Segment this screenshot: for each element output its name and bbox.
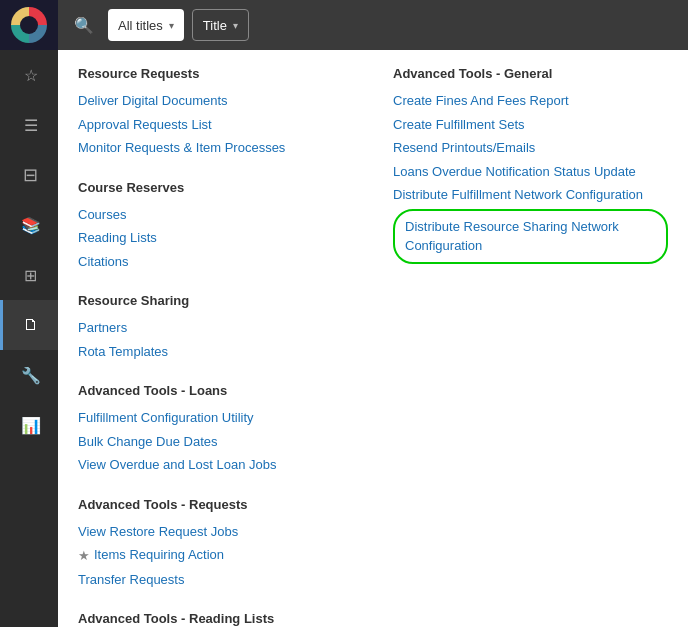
logo — [0, 0, 58, 50]
all-titles-label: All titles — [118, 18, 163, 33]
link-courses[interactable]: Courses — [78, 203, 353, 227]
all-titles-caret: ▾ — [169, 20, 174, 31]
logo-inner — [20, 16, 38, 34]
link-distribute-fulfillment-network[interactable]: Distribute Fulfillment Network Configura… — [393, 183, 668, 207]
link-partners[interactable]: Partners — [78, 316, 353, 340]
top-bar: 🔍 All titles ▾ Title ▾ — [58, 0, 688, 50]
reports-icon: 📊 — [21, 416, 41, 435]
books-icon: 📚 — [21, 216, 41, 235]
link-loans-overdue-notification[interactable]: Loans Overdue Notification Status Update — [393, 160, 668, 184]
sidebar-item-requests[interactable]: 🗋 — [0, 300, 58, 350]
link-view-restore-request[interactable]: View Restore Request Jobs — [78, 520, 353, 544]
tools-icon: 🔧 — [21, 366, 41, 385]
right-column: Advanced Tools - General Create Fines An… — [393, 66, 668, 611]
link-citations[interactable]: Citations — [78, 250, 353, 274]
link-transfer-requests[interactable]: Transfer Requests — [78, 568, 353, 592]
section-resource-requests-title: Resource Requests — [78, 66, 353, 81]
link-fulfillment-config[interactable]: Fulfillment Configuration Utility — [78, 406, 353, 430]
link-rota-templates[interactable]: Rota Templates — [78, 340, 353, 364]
title-caret: ▾ — [233, 20, 238, 31]
title-label: Title — [203, 18, 227, 33]
catalog-icon: ⊟ — [23, 164, 38, 186]
scanner-icon: ⊞ — [24, 266, 37, 285]
section-course-reserves-title: Course Reserves — [78, 180, 353, 195]
link-reading-lists[interactable]: Reading Lists — [78, 226, 353, 250]
link-bulk-change-due-dates[interactable]: Bulk Change Due Dates — [78, 430, 353, 454]
link-items-requiring-action[interactable]: ★ Items Requiring Action — [78, 543, 353, 568]
section-resource-sharing-title: Resource Sharing — [78, 293, 353, 308]
link-items-requiring-action-label: Items Requiring Action — [94, 545, 224, 565]
title-dropdown[interactable]: Title ▾ — [192, 9, 249, 41]
search-button[interactable]: 🔍 — [68, 10, 100, 41]
content: Resource Requests Deliver Digital Docume… — [58, 50, 688, 627]
requests-icon: 🗋 — [23, 316, 39, 334]
link-view-overdue-lost[interactable]: View Overdue and Lost Loan Jobs — [78, 453, 353, 477]
section-advanced-general-title: Advanced Tools - General — [393, 66, 668, 81]
link-deliver-digital-documents[interactable]: Deliver Digital Documents — [78, 89, 353, 113]
sidebar-item-reports[interactable]: 📊 — [0, 400, 58, 450]
sidebar-item-catalog[interactable]: ⊟ — [0, 150, 58, 200]
sidebar: ☆ ☰ ⊟ 📚 ⊞ 🗋 🔧 📊 — [0, 0, 58, 627]
link-monitor-requests[interactable]: Monitor Requests & Item Processes — [78, 136, 353, 160]
all-titles-dropdown[interactable]: All titles ▾ — [108, 9, 184, 41]
logo-circle — [11, 7, 47, 43]
link-create-fines-fees[interactable]: Create Fines And Fees Report — [393, 89, 668, 113]
main-area: 🔍 All titles ▾ Title ▾ Resource Requests… — [58, 0, 688, 627]
star-icon: ★ — [78, 546, 90, 566]
section-advanced-requests-title: Advanced Tools - Requests — [78, 497, 353, 512]
left-column: Resource Requests Deliver Digital Docume… — [78, 66, 353, 611]
link-approval-requests-list[interactable]: Approval Requests List — [78, 113, 353, 137]
link-create-fulfillment-sets[interactable]: Create Fulfillment Sets — [393, 113, 668, 137]
section-advanced-loans-title: Advanced Tools - Loans — [78, 383, 353, 398]
sidebar-item-starred[interactable]: ☆ — [0, 50, 58, 100]
sidebar-item-scanner[interactable]: ⊞ — [0, 250, 58, 300]
sidebar-nav: ☆ ☰ ⊟ 📚 ⊞ 🗋 🔧 📊 — [0, 50, 58, 627]
link-distribute-resource-sharing[interactable]: Distribute Resource Sharing Network Conf… — [393, 209, 668, 264]
sidebar-item-tools[interactable]: 🔧 — [0, 350, 58, 400]
section-advanced-reading-lists-title: Advanced Tools - Reading Lists — [78, 611, 353, 626]
list-icon: ☰ — [24, 116, 38, 135]
sidebar-item-lists[interactable]: ☰ — [0, 100, 58, 150]
star-icon: ☆ — [24, 66, 38, 85]
sidebar-item-books[interactable]: 📚 — [0, 200, 58, 250]
link-resend-printouts[interactable]: Resend Printouts/Emails — [393, 136, 668, 160]
